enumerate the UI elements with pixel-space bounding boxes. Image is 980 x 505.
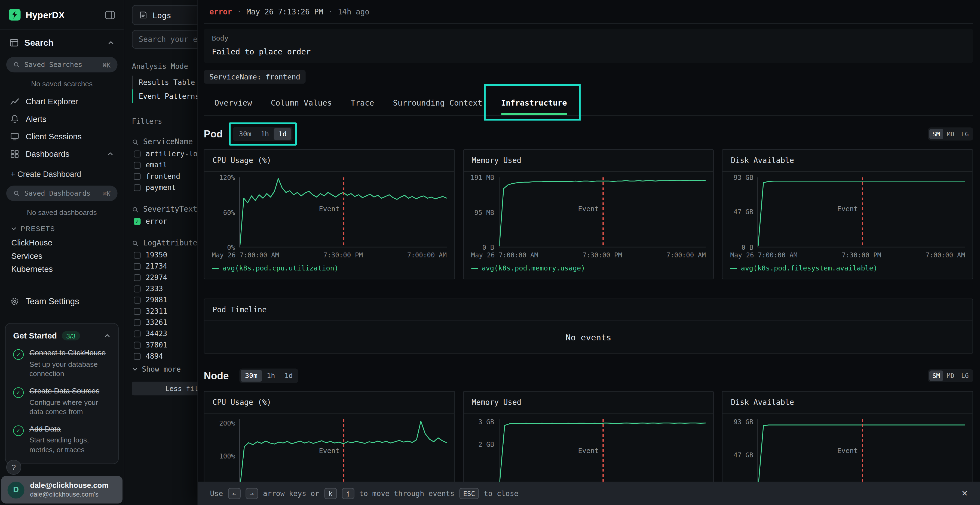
pod-range-1d[interactable]: 1d [274,128,291,140]
get-started-header[interactable]: Get Started 3/3 [13,331,111,340]
pod-range-30m[interactable]: 30m [234,128,256,140]
sidebar-collapse-icon[interactable] [105,10,115,19]
legend-label: avg(k8s.pod.cpu.utilization) [223,264,338,272]
sidebar-item-clickhouse[interactable]: ClickHouse [0,236,124,249]
saved-dashboards-placeholder: Saved Dashboards [24,189,91,197]
checkbox[interactable] [134,274,140,281]
checkbox[interactable] [134,341,140,348]
sidebar-item-kubernetes[interactable]: Kubernetes [0,262,124,275]
x-axis-tick: 7:00:00 AM [926,251,965,259]
filter-option-label: 2333 [146,284,163,293]
saved-searches-input[interactable]: Saved Searches ⌘K [6,57,118,72]
checkbox[interactable] [134,296,140,303]
event-marker-line [862,419,863,489]
node-size-md[interactable]: MD [944,370,958,381]
checkbox[interactable] [134,353,140,359]
bell-icon [10,114,19,123]
service-name-tag[interactable]: ServiceName: frontend [204,70,306,84]
get-started-item-title: Connect to ClickHouse [29,349,111,358]
pod-timeline-card: Pod Timeline No events [204,299,973,353]
node-range-30m[interactable]: 30m [241,370,262,382]
sidebar-item-dashboards[interactable]: Dashboards [0,145,124,162]
checkbox[interactable] [134,330,140,337]
sidebar: HyperDX Search Saved Searches ⌘K No save… [0,0,124,505]
legend-label: avg(k8s.pod.memory.usage) [482,264,585,272]
get-started-item-connect-to-clickhouse[interactable]: ✓Connect to ClickHouseSet up your databa… [13,349,111,378]
event-detail-tabs: OverviewColumn ValuesTraceSurrounding Co… [204,90,973,116]
monitor-icon [10,132,19,141]
node-time-range-buttons: 30m1h1d [239,369,298,383]
presets-label: PRESETS [21,225,55,233]
sidebar-item-team-settings[interactable]: Team Settings [0,292,124,310]
tab-overview[interactable]: Overview [214,90,252,115]
y-axis-labels: 120%60%0% [212,178,239,247]
shortcut-hint: ⌘K [103,61,111,68]
checkbox[interactable] [134,319,140,326]
filter-option-label: 29081 [146,295,167,304]
user-account-chip[interactable]: D dale@clickhouse.com dale@clickhouse.co… [2,476,123,503]
get-started-item-create-data-sources[interactable]: ✓Create Data SourcesConfigure where your… [13,387,111,416]
node-size-lg[interactable]: LG [958,370,972,381]
pod-size-lg[interactable]: LG [958,129,972,139]
separator-dot: · [328,7,333,16]
help-button[interactable]: ? [6,460,21,475]
plot-area: Event [757,419,965,489]
checkbox[interactable] [134,161,140,168]
sidebar-item-alerts[interactable]: Alerts [0,110,124,127]
tab-column-values[interactable]: Column Values [271,90,332,115]
filter-option-label: 22974 [146,273,167,282]
presets-toggle[interactable]: PRESETS [0,221,124,236]
search-icon [13,61,20,68]
checkbox[interactable] [134,184,140,191]
pod-size-md[interactable]: MD [944,129,958,139]
sidebar-item-client-sessions[interactable]: Client Sessions [0,127,124,145]
checkbox[interactable] [134,308,140,314]
event-marker-label: Event [837,447,858,455]
pod-size-sm[interactable]: SM [929,129,943,139]
checkbox[interactable] [134,173,140,179]
checkbox[interactable] [134,150,140,157]
checkbox[interactable] [134,285,140,292]
checkbox[interactable] [134,262,140,269]
node-range-1h[interactable]: 1h [262,370,280,382]
check-circle-icon: ✓ [13,387,24,398]
sidebar-item-services[interactable]: Services [0,249,124,262]
team-settings-label: Team Settings [25,296,79,306]
get-started-item-desc: Start sending logs, metrics, or traces [29,436,111,455]
chart-title: Memory Used [464,392,713,414]
node-size-sm[interactable]: SM [929,370,943,381]
chart-title: CPU Usage (%) [204,150,454,172]
plot-area: Event [239,178,447,247]
checkbox[interactable] [134,251,140,258]
event-tags-row: ServiceName: frontend [204,70,973,84]
get-started-items: ✓Connect to ClickHouseSet up your databa… [13,349,111,455]
get-started-item-add-data[interactable]: ✓Add DataStart sending logs, metrics, or… [13,425,111,455]
y-axis-tick: 47 GB [733,451,754,459]
create-dashboard-button[interactable]: + Create Dashboard [0,165,124,184]
source-selector-label: Logs [153,10,171,20]
tab-infrastructure[interactable]: Infrastructure [501,90,567,115]
event-marker-label: Event [319,447,339,455]
get-started-item-body: Create Data SourcesConfigure where your … [29,387,111,416]
node-range-1d[interactable]: 1d [280,370,297,382]
tab-trace[interactable]: Trace [351,90,374,115]
chart-title: Memory Used [464,150,713,172]
pod-range-1h[interactable]: 1h [256,128,274,140]
arrow-right-key: → [245,488,258,499]
saved-dashboards-input[interactable]: Saved Dashboards ⌘K [6,186,118,201]
filter-group-name: SeverityText [143,205,197,214]
search-icon [13,190,20,197]
sidebar-section-search[interactable]: Search [0,30,124,55]
sidebar-item-chart-explorer[interactable]: Chart Explorer [0,92,124,110]
get-started-item-title: Create Data Sources [29,387,111,397]
sidebar-item-label: Alerts [25,114,46,123]
search-section-icon [9,38,19,47]
filter-option-label: 32311 [146,306,167,315]
chart-legend: avg(k8s.pod.cpu.utilization) [212,264,447,272]
checkbox-checked[interactable]: ✓ [134,218,140,224]
tab-surrounding-context[interactable]: Surrounding Context [393,90,482,115]
footer-text: to move through events [360,489,455,498]
x-axis-tick: 7:30:00 PM [323,251,363,259]
close-icon[interactable]: × [959,488,970,499]
y-axis-tick: 0 B [741,243,754,251]
